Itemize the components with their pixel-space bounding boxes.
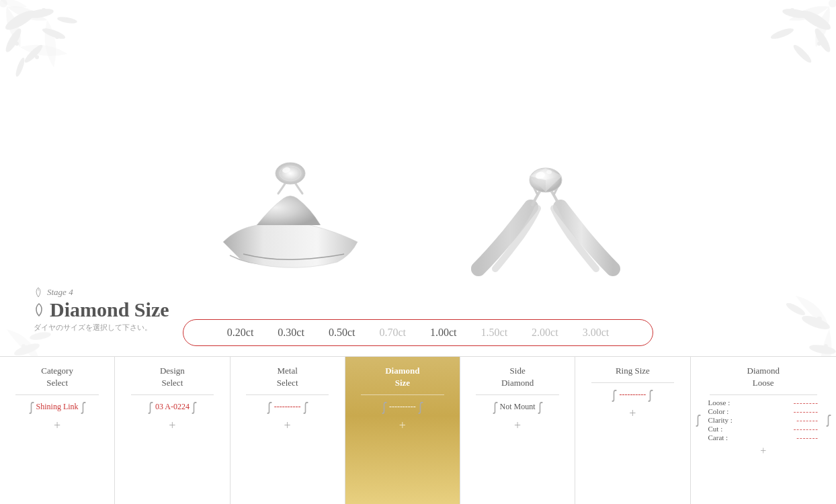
nav-col-plus-diamond-loose[interactable]: + (760, 445, 766, 457)
loose-value: -------- (794, 398, 819, 407)
curl-left-icon: ʃ (267, 401, 271, 413)
curl-right-icon: ʃ (538, 401, 542, 413)
bottom-nav: CategorySelectʃShining Linkʃ+DesignSelec… (0, 356, 836, 504)
curl-left-icon: ʃ (612, 389, 616, 401)
nav-col-value-category-select: Shining Link (36, 402, 79, 412)
size-option-0.30ct[interactable]: 0.30ct (278, 327, 304, 339)
nav-col-design-select[interactable]: DesignSelectʃ03 A-0224ʃ+ (115, 357, 230, 504)
nav-col-plus-design-select[interactable]: + (169, 419, 175, 433)
nav-col-divider-diamond-size (361, 394, 444, 395)
curl-left-icon: ʃ (149, 401, 153, 413)
nav-col-diamond-loose[interactable]: DiamondLooseʃLoose :--------Color :-----… (691, 357, 837, 504)
diamond-loose-item: Carat :------- (708, 433, 819, 442)
size-option-0.50ct[interactable]: 0.50ct (329, 327, 356, 339)
size-option-0.20ct[interactable]: 0.20ct (227, 327, 254, 339)
size-selector-wrapper: 0.20ct0.30ct0.50ct0.70ct1.00ct1.50ct2.00… (183, 319, 653, 346)
curl-right-icon: ʃ (419, 401, 423, 413)
nav-col-value-row-design-select: ʃ03 A-0224ʃ (120, 398, 224, 416)
size-option-1.00ct[interactable]: 1.00ct (430, 327, 457, 339)
curl-right-icon: ʃ (192, 401, 196, 413)
size-option-0.70ct[interactable]: 0.70ct (379, 327, 406, 339)
size-option-2.00ct[interactable]: 2.00ct (532, 327, 558, 339)
nav-col-value-row-side-diamond: ʃNot Mountʃ (466, 398, 569, 416)
loose-label: Cut : (708, 425, 723, 433)
nav-col-title-ring-size: Ring Size (616, 365, 650, 377)
rings-container (203, 94, 633, 282)
nav-col-value-row-category-select: ʃShining Linkʃ (5, 398, 109, 416)
size-option-1.50ct[interactable]: 1.50ct (481, 327, 508, 339)
nav-col-category-select[interactable]: CategorySelectʃShining Linkʃ+ (0, 357, 115, 504)
curl-right-icon: ʃ (649, 389, 653, 401)
curl-left-icon: ʃ (382, 401, 386, 413)
nav-col-divider-category-select (15, 394, 98, 395)
nav-col-value-row-diamond-size: ʃ----------ʃ (351, 398, 454, 416)
size-selector-oval: 0.20ct0.30ct0.50ct0.70ct1.00ct1.50ct2.00… (183, 319, 653, 346)
ring-image-right (458, 94, 633, 282)
nav-col-value-diamond-size: ---------- (389, 402, 416, 412)
loose-label: Carat : (708, 433, 728, 442)
nav-col-divider-design-select (131, 394, 214, 395)
nav-col-plus-ring-size[interactable]: + (629, 407, 636, 421)
nav-col-title-category-select: CategorySelect (41, 365, 73, 389)
nav-col-value-row-ring-size: ʃ----------ʃ (581, 386, 684, 404)
nav-col-loose-row: ʃLoose :--------Color :--------Clarity :… (696, 398, 831, 442)
nav-col-value-metal-select: ---------- (274, 402, 301, 412)
loose-value: ------- (796, 416, 819, 424)
nav-col-plus-side-diamond[interactable]: + (514, 419, 521, 433)
stage-title: Diamond Size (34, 298, 169, 321)
loose-value: -------- (794, 407, 819, 415)
nav-col-value-side-diamond: Not Mount (500, 402, 536, 412)
nav-col-diamond-size[interactable]: DiamondSizeʃ----------ʃ+ (345, 357, 460, 504)
nav-col-plus-category-select[interactable]: + (54, 419, 60, 433)
diamond-loose-item: Cut :-------- (708, 425, 819, 433)
nav-col-title-diamond-loose: DiamondLoose (747, 365, 780, 389)
nav-col-divider-metal-select (246, 394, 329, 395)
nav-col-ring-size[interactable]: Ring Sizeʃ----------ʃ+ (575, 357, 690, 504)
loose-value: -------- (794, 425, 819, 433)
nav-col-plus-diamond-size[interactable]: + (399, 419, 406, 433)
nav-col-plus-metal-select[interactable]: + (284, 419, 291, 433)
page-wrapper: Stage 4 Diamond Size ダイヤのサイズを選択して下さい。 0.… (0, 0, 836, 504)
loose-value: ------- (796, 433, 819, 442)
loose-label: Color : (708, 407, 729, 415)
nav-col-value-design-select: 03 A-0224 (155, 402, 190, 412)
nav-col-divider-diamond-loose (710, 394, 817, 395)
ring-image-left (203, 94, 378, 282)
stage-info: Stage 4 Diamond Size ダイヤのサイズを選択して下さい。 (34, 286, 169, 333)
loose-label: Clarity : (708, 416, 733, 424)
diamond-loose-item: Color :-------- (708, 407, 819, 415)
diamond-loose-item: Clarity :------- (708, 416, 819, 424)
nav-col-value-row-metal-select: ʃ----------ʃ (236, 398, 339, 416)
loose-label: Loose : (708, 398, 730, 407)
nav-col-title-metal-select: MetalSelect (277, 365, 298, 389)
nav-col-divider-side-diamond (476, 394, 558, 395)
nav-col-side-diamond[interactable]: SideDiamondʃNot Mountʃ+ (460, 357, 575, 504)
curl-left-icon: ʃ (696, 414, 700, 426)
nav-col-value-ring-size: ---------- (619, 390, 646, 400)
curl-right-icon: ʃ (827, 414, 831, 426)
nav-col-title-design-select: DesignSelect (160, 365, 185, 389)
curl-right-icon: ʃ (81, 401, 85, 413)
curl-right-icon: ʃ (304, 401, 308, 413)
nav-col-divider-ring-size (591, 382, 674, 383)
size-option-3.00ct[interactable]: 3.00ct (583, 327, 610, 339)
nav-col-metal-select[interactable]: MetalSelectʃ----------ʃ+ (231, 357, 345, 504)
diamond-loose-item: Loose :-------- (708, 398, 819, 407)
diamond-loose-content: Loose :--------Color :--------Clarity :-… (703, 398, 825, 442)
curl-left-icon: ʃ (30, 401, 34, 413)
curl-left-icon: ʃ (493, 401, 497, 413)
nav-col-title-side-diamond: SideDiamond (501, 365, 534, 389)
nav-col-title-diamond-size: DiamondSize (385, 365, 419, 389)
stage-label: Stage 4 (34, 286, 169, 298)
stage-subtitle: ダイヤのサイズを選択して下さい。 (34, 323, 169, 333)
